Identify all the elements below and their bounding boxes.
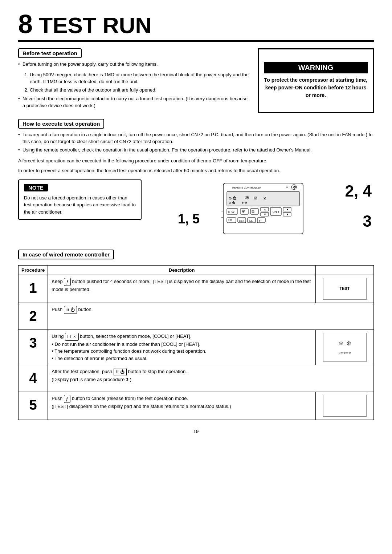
svg-text:⠿⠿: ⠿⠿ xyxy=(228,219,232,222)
before-bullet-1: Before turning on the power supply, carr… xyxy=(18,61,250,68)
step-number-1: 1 xyxy=(19,275,48,303)
how-para-3: A forced test operation can be executed … xyxy=(18,157,374,165)
svg-text:☒: ☒ xyxy=(252,210,254,214)
func-button-1: ƒ xyxy=(64,278,71,286)
svg-text:CL: CL xyxy=(249,219,253,222)
title-number: 8 xyxy=(18,9,33,39)
svg-text:▲: ▲ xyxy=(286,208,289,211)
before-item-1: Using 500V-megger, check there is 1MΩ or… xyxy=(30,72,250,85)
col-description: Description xyxy=(48,265,316,275)
table-row: 4 After the test operation, push ⠿ ⏻ but… xyxy=(19,365,374,392)
warning-box: WARNING To protect the compressor at sta… xyxy=(258,48,374,113)
middle-row: NOTE Do not use a forced operation in ca… xyxy=(18,179,374,243)
note-text: Do not use a forced operation in cases o… xyxy=(24,194,136,216)
step-number-5: 5 xyxy=(19,392,48,420)
step-number-2: 2 xyxy=(19,303,48,329)
remote-controller-image: REMOTE CONTROLLER ⏻ ⠿ ⊙·⏻ ❄ ☒ ※ ⊙ ⏻ ❄ ❆ xyxy=(221,181,309,239)
svg-text:UNIT: UNIT xyxy=(273,210,279,214)
step-3-desc: Using ☐ ☒ button, select the operation m… xyxy=(48,329,316,365)
step-label-15: 1, 5 xyxy=(178,211,200,227)
step-1-image: TEST xyxy=(316,275,374,303)
svg-text:⊙ ⏻: ⊙ ⏻ xyxy=(229,201,235,205)
svg-text:⏻: ⏻ xyxy=(293,186,296,189)
step-number-3: 3 xyxy=(19,329,48,365)
step-label-3: 3 xyxy=(363,212,372,230)
empty-display-image xyxy=(323,395,367,417)
how-para-2: Using the remote controller, check the o… xyxy=(18,147,374,154)
how-para-1: To carry out a fan operation in a single… xyxy=(18,132,374,145)
how-to-header: How to execute test operation xyxy=(18,119,104,129)
step-3-image: ❄ ❆ ⊙❄❆❄❆ xyxy=(316,329,374,365)
step-2-desc: Push ⠿ ⏻ button. xyxy=(48,303,374,329)
before-bullet-2: Never push the electromagnetic contactor… xyxy=(18,96,250,109)
table-row: 1 Keep ƒ button pushed for 4 seconds or … xyxy=(19,275,374,303)
svg-text:▼: ▼ xyxy=(286,213,289,216)
before-test-section: Before test operation Before turning on … xyxy=(18,48,250,113)
svg-text:❄: ❄ xyxy=(241,209,245,214)
step-1-desc: Keep ƒ button pushed for 4 seconds or mo… xyxy=(48,275,316,303)
title-text: TEST RUN xyxy=(39,13,151,38)
func-button-5: ƒ xyxy=(64,395,71,403)
svg-text:REMOTE CONTROLLER: REMOTE CONTROLLER xyxy=(232,186,261,189)
before-test-header: Before test operation xyxy=(18,48,82,58)
step-number-4: 4 xyxy=(19,365,48,392)
table-row: 3 Using ☐ ☒ button, select the operation… xyxy=(19,329,374,365)
page-title: 8 TEST RUN xyxy=(18,11,374,42)
table-row: 5 Push ƒ button to cancel (release from)… xyxy=(19,392,374,420)
col-image xyxy=(316,265,374,275)
note-label: NOTE xyxy=(24,184,48,191)
svg-text:⠿: ⠿ xyxy=(286,186,289,189)
test-display-image: TEST xyxy=(323,278,367,300)
svg-text:⊙·⏻: ⊙·⏻ xyxy=(229,196,236,200)
step-5-desc: Push ƒ button to cancel (release from) t… xyxy=(48,392,316,420)
procedure-table: Procedure Description 1 Keep ƒ button pu… xyxy=(18,265,374,420)
step-5-image xyxy=(316,392,374,420)
svg-text:▲: ▲ xyxy=(264,208,266,211)
svg-text:ƒ⁻: ƒ⁻ xyxy=(259,219,262,222)
power-button-4: ⠿ ⏻ xyxy=(114,368,127,376)
before-item-2: Check that all the valves of the outdoor… xyxy=(30,87,250,94)
how-to-section: How to execute test operation To carry o… xyxy=(18,119,374,174)
warning-label: WARNING xyxy=(264,62,368,73)
col-procedure: Procedure xyxy=(19,265,48,275)
svg-text:▼: ▼ xyxy=(264,213,266,216)
svg-text:⊙·⏻: ⊙·⏻ xyxy=(228,210,234,214)
remote-diagram-area: 1, 5 REMOTE CONTROLLER ⏻ ⠿ ⊙·⏻ ❄ ☒ ※ xyxy=(149,179,374,243)
how-para-4: In order to prevent a serial operation, … xyxy=(18,167,374,174)
note-box: NOTE Do not use a forced operation in ca… xyxy=(18,179,142,220)
svg-text:※: ※ xyxy=(263,196,266,200)
svg-text:☒: ☒ xyxy=(254,196,257,200)
mode-display-image: ❄ ❆ ⊙❄❆❄❆ xyxy=(323,333,367,362)
svg-text:❄ ❆: ❄ ❆ xyxy=(241,201,247,205)
svg-text:❄: ❄ xyxy=(245,195,249,201)
warning-text: To protect the compressor at starting ti… xyxy=(264,76,368,99)
wired-section: In case of wired remote controller Proce… xyxy=(18,250,374,420)
svg-text:SET: SET xyxy=(239,219,245,222)
wired-header: In case of wired remote controller xyxy=(18,250,114,259)
step-label-24: 2, 4 xyxy=(345,183,372,199)
power-button-2: ⠿ ⏻ xyxy=(64,306,77,314)
page-number: 19 xyxy=(18,429,374,434)
table-row: 2 Push ⠿ ⏻ button. xyxy=(19,303,374,329)
step-4-desc: After the test operation, push ⠿ ⏻ butto… xyxy=(48,365,374,392)
mode-button-3: ☐ ☒ xyxy=(65,333,78,341)
